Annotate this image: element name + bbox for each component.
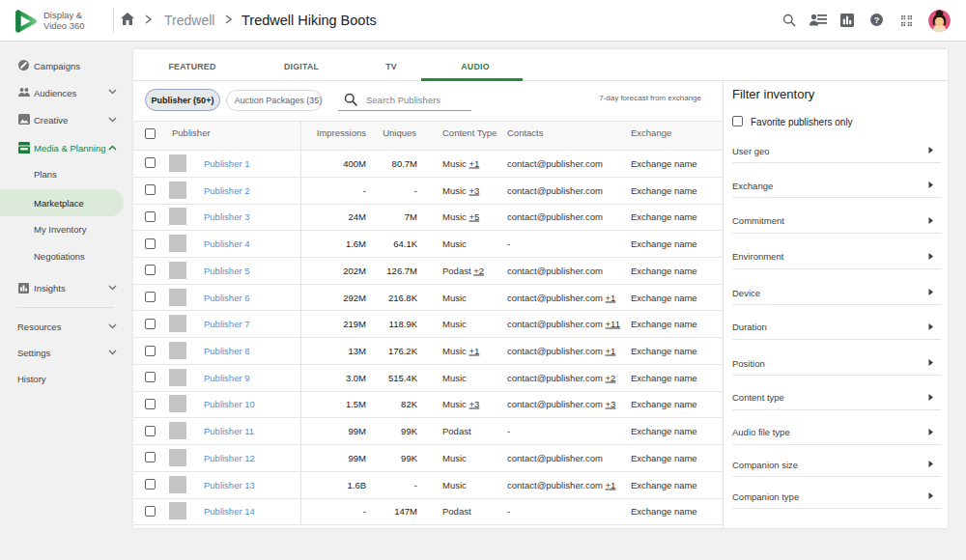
svg-text:?: ? xyxy=(874,15,880,25)
